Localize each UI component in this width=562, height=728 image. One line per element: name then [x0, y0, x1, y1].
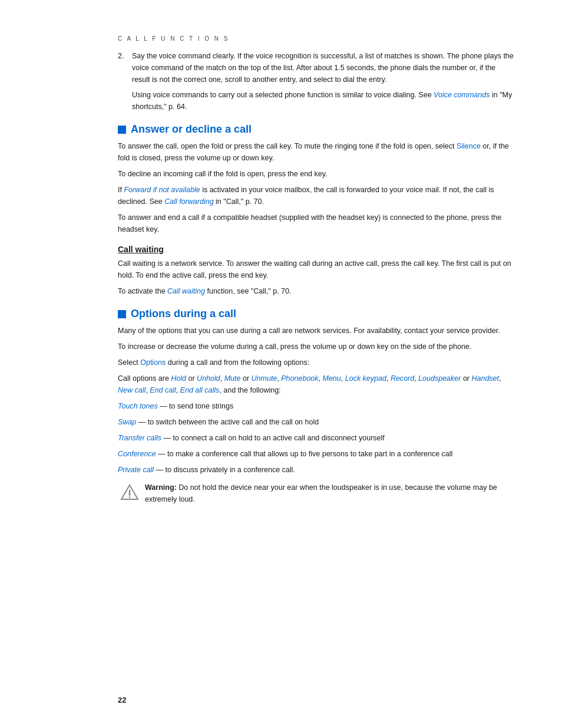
hold-link[interactable]: Hold	[171, 374, 186, 383]
warning-bold: Warning:	[145, 483, 177, 492]
heading1-text: Answer or decline a call	[131, 123, 252, 136]
private-call-link[interactable]: Private call	[118, 466, 154, 474]
voice-commands-link[interactable]: Voice commands	[434, 91, 490, 99]
heading-call-waiting: Call waiting	[118, 245, 515, 254]
call-forwarding-link[interactable]: Call forwarding	[164, 197, 213, 206]
phonebook-link[interactable]: Phonebook	[281, 374, 318, 383]
section-label: C a l l f u n c t i o n s	[118, 35, 515, 42]
new-call-link[interactable]: New call	[118, 386, 146, 394]
answer-p2: To decline an incoming call if the fold …	[118, 168, 515, 180]
step-2-text: 2.Say the voice command clearly. If the …	[118, 50, 515, 85]
step-number: 2.	[118, 50, 132, 62]
record-link[interactable]: Record	[391, 374, 414, 383]
mute-link[interactable]: Mute	[224, 374, 241, 383]
warning-text: Warning: Do not hold the device near you…	[145, 482, 515, 505]
options-p2: To increase or decrease the volume durin…	[118, 341, 515, 353]
end-call-link[interactable]: End call	[150, 386, 176, 394]
svg-point-2	[129, 496, 131, 498]
unhold-link[interactable]: Unhold	[197, 374, 220, 383]
unmute-link[interactable]: Unmute	[252, 374, 277, 383]
menu-link[interactable]: Menu	[323, 374, 341, 383]
options-link[interactable]: Options	[140, 358, 166, 367]
callwait-p2: To activate the Call waiting function, s…	[118, 285, 515, 297]
touch-tones-line: Touch tones — to send tone strings	[118, 400, 515, 412]
blue-square-icon-2	[118, 310, 126, 318]
blue-square-icon	[118, 126, 126, 134]
handset-link[interactable]: Handset	[471, 374, 499, 383]
warning-body: Do not hold the device near your ear whe…	[145, 483, 497, 503]
lock-keypad-link[interactable]: Lock keypad	[345, 374, 386, 383]
silence-link[interactable]: Silence	[457, 142, 481, 150]
answer-p4: To answer and end a call if a compatible…	[118, 212, 515, 235]
step-2-indent: Using voice commands to carry out a sele…	[118, 89, 515, 113]
end-all-calls-link[interactable]: End all calls	[180, 386, 220, 394]
answer-p3: If Forward if not available is activated…	[118, 184, 515, 207]
call-waiting-link[interactable]: Call waiting	[167, 287, 205, 295]
heading-answer-decline: Answer or decline a call	[118, 123, 515, 136]
heading3-text: Options during a call	[131, 308, 236, 320]
callwait-p1: Call waiting is a network service. To an…	[118, 258, 515, 281]
touch-tones-link[interactable]: Touch tones	[118, 402, 158, 410]
private-call-line: Private call — to discuss privately in a…	[118, 464, 515, 476]
heading-options-during-call: Options during a call	[118, 308, 515, 320]
transfer-calls-link[interactable]: Transfer calls	[118, 434, 161, 442]
loudspeaker-link[interactable]: Loudspeaker	[418, 374, 461, 383]
forward-if-not-available-link[interactable]: Forward if not available	[124, 186, 200, 194]
transfer-calls-line: Transfer calls — to connect a call on ho…	[118, 432, 515, 444]
options-p1: Many of the options that you can use dur…	[118, 325, 515, 337]
page: C a l l f u n c t i o n s 2.Say the voic…	[0, 0, 562, 728]
conference-line: Conference — to make a conference call t…	[118, 448, 515, 460]
options-p3: Select Options during a call and from th…	[118, 357, 515, 368]
page-number: 22	[118, 696, 126, 704]
warning-icon	[120, 483, 139, 502]
swap-line: Swap — to switch between the active call…	[118, 416, 515, 428]
swap-link[interactable]: Swap	[118, 418, 136, 426]
answer-p1: To answer the call, open the fold or pre…	[118, 140, 515, 164]
call-options-list: Call options are Hold or Unhold, Mute or…	[118, 373, 515, 396]
step-2-block: 2.Say the voice command clearly. If the …	[118, 50, 515, 113]
conference-link[interactable]: Conference	[118, 450, 156, 458]
warning-box: Warning: Do not hold the device near you…	[118, 482, 515, 505]
